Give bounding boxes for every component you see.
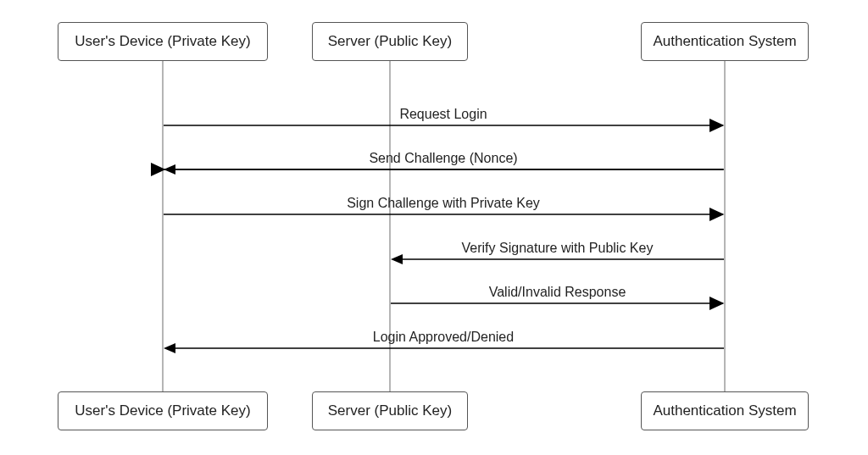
actor-user-label-bottom: User's Device (Private Key) bbox=[75, 402, 250, 419]
diagram-svg bbox=[0, 0, 868, 455]
actor-server-label: Server (Public Key) bbox=[328, 33, 452, 50]
actor-server-top: Server (Public Key) bbox=[312, 22, 468, 61]
msg-label-3: Sign Challenge with Private Key bbox=[164, 196, 723, 211]
msg-label-2: Send Challenge (Nonce) bbox=[164, 151, 723, 166]
actor-auth-bottom: Authentication System bbox=[641, 391, 809, 430]
msg-label-5: Valid/Invalid Response bbox=[391, 285, 724, 300]
actor-auth-label-bottom: Authentication System bbox=[653, 402, 796, 419]
actor-auth-label: Authentication System bbox=[653, 33, 796, 50]
actor-server-bottom: Server (Public Key) bbox=[312, 391, 468, 430]
actor-auth-top: Authentication System bbox=[641, 22, 809, 61]
actor-user-label: User's Device (Private Key) bbox=[75, 33, 250, 50]
sequence-diagram: User's Device (Private Key) Server (Publ… bbox=[0, 0, 868, 455]
actor-user-top: User's Device (Private Key) bbox=[58, 22, 268, 61]
msg-label-6: Login Approved/Denied bbox=[164, 330, 723, 345]
msg-label-1: Request Login bbox=[164, 107, 723, 122]
msg-label-4: Verify Signature with Public Key bbox=[391, 241, 724, 256]
actor-server-label-bottom: Server (Public Key) bbox=[328, 402, 452, 419]
actor-user-bottom: User's Device (Private Key) bbox=[58, 391, 268, 430]
